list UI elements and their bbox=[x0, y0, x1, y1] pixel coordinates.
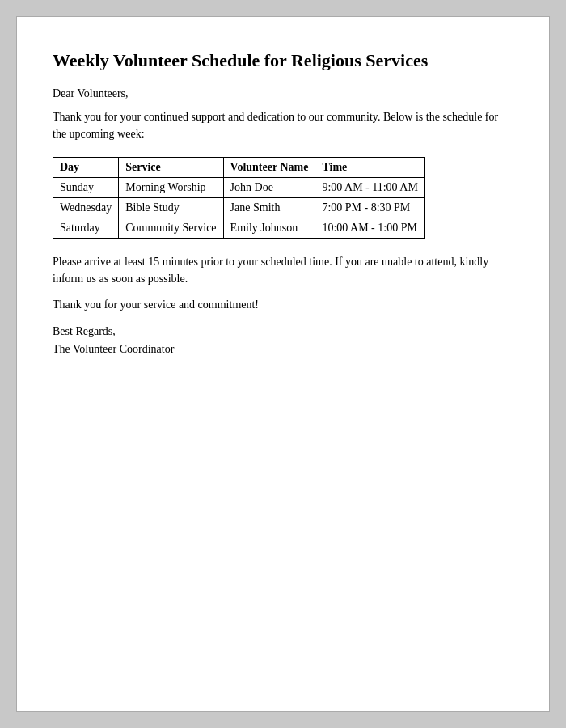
table-cell: 7:00 PM - 8:30 PM bbox=[315, 197, 425, 218]
table-cell: Emily Johnson bbox=[223, 218, 315, 238]
schedule-table: Day Service Volunteer Name Time SundayMo… bbox=[53, 157, 425, 239]
col-header-time: Time bbox=[315, 157, 425, 177]
note-text: Please arrive at least 15 minutes prior … bbox=[53, 253, 513, 287]
thanks-text: Thank you for your service and commitmen… bbox=[53, 298, 513, 311]
table-row: SaturdayCommunity ServiceEmily Johnson10… bbox=[53, 218, 425, 238]
table-cell: John Doe bbox=[223, 177, 315, 197]
table-cell: 9:00 AM - 11:00 AM bbox=[315, 177, 425, 197]
intro-text: Thank you for your continued support and… bbox=[53, 108, 513, 142]
table-cell: Sunday bbox=[53, 177, 119, 197]
table-cell: Bible Study bbox=[119, 197, 223, 218]
table-cell: Saturday bbox=[53, 218, 119, 238]
table-cell: Jane Smith bbox=[223, 197, 315, 218]
page-container: Weekly Volunteer Schedule for Religious … bbox=[16, 16, 550, 712]
closing-line1: Best Regards, bbox=[53, 323, 513, 341]
table-cell: Community Service bbox=[119, 218, 223, 238]
table-cell: 10:00 AM - 1:00 PM bbox=[315, 218, 425, 238]
col-header-service: Service bbox=[119, 157, 223, 177]
closing-line2: The Volunteer Coordinator bbox=[53, 341, 513, 358]
page-title: Weekly Volunteer Schedule for Religious … bbox=[53, 49, 513, 73]
table-cell: Morning Worship bbox=[119, 177, 223, 197]
col-header-volunteer: Volunteer Name bbox=[223, 157, 315, 177]
closing-block: Best Regards, The Volunteer Coordinator bbox=[53, 323, 513, 359]
table-header-row: Day Service Volunteer Name Time bbox=[53, 157, 425, 177]
greeting-text: Dear Volunteers, bbox=[53, 87, 513, 100]
table-row: SundayMorning WorshipJohn Doe9:00 AM - 1… bbox=[53, 177, 425, 197]
col-header-day: Day bbox=[53, 157, 119, 177]
table-row: WednesdayBible StudyJane Smith7:00 PM - … bbox=[53, 197, 425, 218]
table-cell: Wednesday bbox=[53, 197, 119, 218]
